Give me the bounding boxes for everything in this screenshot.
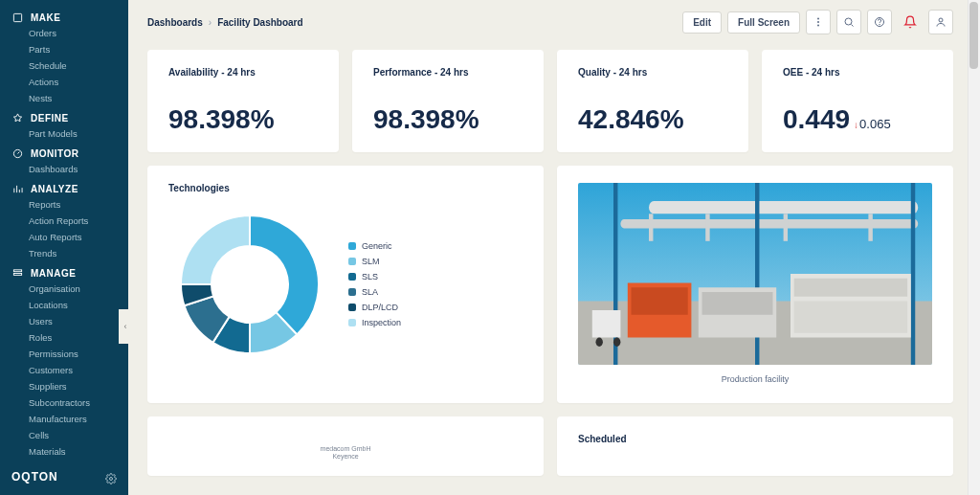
scrollbar-thumb[interactable] <box>969 2 978 69</box>
kpi-value: 98.398% <box>373 104 523 135</box>
notifications-button[interactable] <box>898 10 923 34</box>
nav-reports[interactable]: Reports <box>0 196 128 213</box>
svg-rect-24 <box>632 287 688 315</box>
main: Dashboards › Facility Dashboard Edit Ful… <box>128 0 980 495</box>
svg-rect-0 <box>13 13 21 21</box>
mid-row: Technologies GenericSLMSLSSLADLP/LCDInsp… <box>128 152 980 403</box>
breadcrumb: Dashboards › Facility Dashboard <box>147 17 303 28</box>
nav-nests[interactable]: Nests <box>0 90 128 106</box>
sidebar-nav: MAKE Orders Parts Schedule Actions Nests… <box>0 6 128 461</box>
svg-point-11 <box>939 18 943 22</box>
svg-rect-15 <box>620 219 918 229</box>
svg-rect-29 <box>794 302 907 333</box>
svg-point-7 <box>817 25 819 27</box>
nav-manufacturers[interactable]: Manufacturers <box>0 411 128 427</box>
user-button[interactable] <box>928 10 953 34</box>
nav-action-reports[interactable]: Action Reports <box>0 213 128 229</box>
sidebar: MAKE Orders Parts Schedule Actions Nests… <box>0 0 128 495</box>
nav-subcontractors[interactable]: Subcontractors <box>0 394 128 411</box>
breadcrumb-sep: › <box>209 17 212 28</box>
svg-point-31 <box>596 338 603 348</box>
nav-tools[interactable]: Tools <box>0 460 128 461</box>
legend-swatch <box>348 319 356 326</box>
section-monitor: MONITOR <box>0 142 128 161</box>
machines-card: medacom GmbH Keyence <box>147 416 544 476</box>
image-caption: Production facility <box>722 374 790 384</box>
technologies-donut <box>168 203 331 366</box>
breadcrumb-current: Facility Dashboard <box>217 17 302 28</box>
legend-swatch <box>348 258 356 265</box>
legend-item: SLA <box>348 287 401 297</box>
legend-item: DLP/LCD <box>348 303 401 312</box>
kpi-main: 0.449 <box>783 104 850 135</box>
kpi-title: Performance - 24 hrs <box>373 67 523 78</box>
nav-suppliers[interactable]: Suppliers <box>0 378 128 394</box>
section-label: MANAGE <box>31 268 76 279</box>
facility-image <box>578 183 932 365</box>
kpi-title: Availability - 24 hrs <box>168 67 318 78</box>
nav-parts[interactable]: Parts <box>0 41 128 57</box>
kpi-value: 42.846% <box>578 104 727 135</box>
settings-icon[interactable] <box>105 471 117 483</box>
technologies-card: Technologies GenericSLMSLSSLADLP/LCDInsp… <box>147 166 544 403</box>
nav-part-models[interactable]: Part Models <box>0 125 128 142</box>
section-label: MONITOR <box>31 148 79 159</box>
nav-orders[interactable]: Orders <box>0 25 128 41</box>
scheduled-card: Scheduled <box>557 416 953 476</box>
legend-item: Inspection <box>348 318 401 327</box>
edit-button[interactable]: Edit <box>682 11 722 34</box>
section-analyze: ANALYZE <box>0 177 128 196</box>
brand-footer: OQTON <box>0 461 128 495</box>
section-manage: MANAGE <box>0 261 128 281</box>
legend-label: DLP/LCD <box>362 303 398 312</box>
nav-dashboards[interactable]: Dashboards <box>0 161 128 177</box>
legend-item: Generic <box>348 241 401 251</box>
more-button[interactable] <box>806 10 831 34</box>
nav-schedule[interactable]: Schedule <box>0 57 128 74</box>
breadcrumb-root[interactable]: Dashboards <box>147 17 203 28</box>
define-icon <box>11 112 23 124</box>
nav-materials[interactable]: Materials <box>0 443 128 460</box>
svg-rect-28 <box>794 279 907 297</box>
fullscreen-button[interactable]: Full Screen <box>727 11 800 34</box>
svg-rect-19 <box>868 214 872 241</box>
topbar-actions: Edit Full Screen <box>682 10 953 34</box>
scheduled-title: Scheduled <box>578 434 932 444</box>
legend-item: SLS <box>348 272 401 281</box>
kpi-performance: Performance - 24 hrs 98.398% <box>352 50 544 152</box>
search-button[interactable] <box>836 10 861 34</box>
kpi-availability: Availability - 24 hrs 98.398% <box>147 50 339 152</box>
section-label: ANALYZE <box>31 184 78 194</box>
svg-rect-2 <box>13 269 21 271</box>
kpi-oee: OEE - 24 hrs 0.449 ↓0.065 <box>762 50 953 152</box>
nav-auto-reports[interactable]: Auto Reports <box>0 229 128 245</box>
svg-point-32 <box>613 338 620 348</box>
legend-label: SLM <box>362 257 380 266</box>
nav-cells[interactable]: Cells <box>0 427 128 443</box>
nav-locations[interactable]: Locations <box>0 297 128 313</box>
nav-organisation[interactable]: Organisation <box>0 281 128 297</box>
nav-permissions[interactable]: Permissions <box>0 346 128 362</box>
svg-point-6 <box>817 21 819 23</box>
topbar: Dashboards › Facility Dashboard Edit Ful… <box>128 0 980 44</box>
svg-rect-18 <box>784 214 788 241</box>
legend-label: SLS <box>362 272 378 281</box>
help-button[interactable] <box>867 10 892 34</box>
nav-users[interactable]: Users <box>0 313 128 329</box>
nav-actions[interactable]: Actions <box>0 74 128 90</box>
technologies-legend: GenericSLMSLSSLADLP/LCDInspection <box>348 241 401 327</box>
machine-labels: medacom GmbH Keyence <box>321 445 371 461</box>
legend-label: Generic <box>362 241 392 251</box>
analyze-icon <box>11 183 23 194</box>
section-label: MAKE <box>31 12 60 23</box>
nav-trends[interactable]: Trends <box>0 245 128 261</box>
nav-roles[interactable]: Roles <box>0 329 128 346</box>
nav-customers[interactable]: Customers <box>0 362 128 378</box>
bottom-row: medacom GmbH Keyence Scheduled <box>128 403 980 476</box>
vertical-scrollbar[interactable] <box>968 0 980 495</box>
kpi-title: OEE - 24 hrs <box>783 67 932 78</box>
svg-rect-26 <box>702 292 773 315</box>
svg-rect-3 <box>13 273 21 275</box>
svg-rect-30 <box>592 310 621 338</box>
legend-swatch <box>348 273 356 281</box>
